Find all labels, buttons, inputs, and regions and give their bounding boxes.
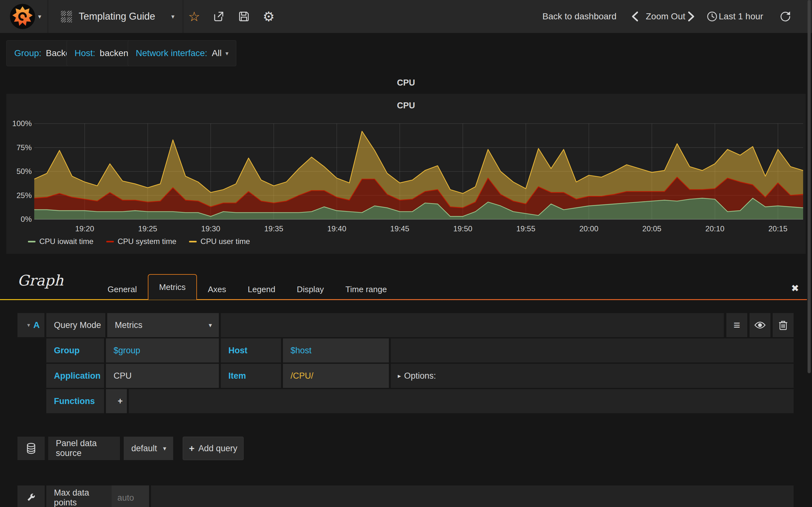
legend-item[interactable]: CPU system time — [106, 237, 176, 246]
options-label: Options: — [404, 371, 436, 381]
query-toggle-visibility-button[interactable] — [750, 313, 770, 337]
add-function-button[interactable]: + — [106, 389, 127, 413]
x-tick-label: 20:00 — [573, 224, 605, 233]
application-label: Application — [46, 364, 104, 388]
x-tick-label: 20:10 — [699, 224, 731, 233]
variable-value: All — [212, 48, 222, 58]
star-icon[interactable]: ☆ — [186, 0, 203, 33]
tab-legend[interactable]: Legend — [237, 279, 286, 300]
options-toggle[interactable]: ▸ Options: — [391, 364, 794, 388]
datasource-button[interactable] — [17, 437, 45, 460]
datasource-value: default — [131, 444, 157, 453]
item-label: Item — [221, 364, 281, 388]
hamburger-menu-icon: ≡ — [733, 319, 740, 332]
x-tick-label: 20:05 — [636, 224, 668, 233]
database-icon — [26, 443, 37, 454]
zoom-out-button[interactable]: Zoom Out — [646, 0, 685, 33]
legend-label: CPU system time — [118, 237, 176, 246]
metrics-options-button[interactable] — [17, 486, 45, 507]
row-spacer — [129, 389, 794, 413]
chevron-down-icon: ▾ — [27, 322, 30, 329]
time-shift-left-icon[interactable] — [626, 0, 644, 33]
chevron-down-icon: ▾ — [225, 50, 229, 57]
time-shift-right-icon[interactable] — [682, 0, 700, 33]
query-mode-label: Query Mode — [46, 313, 105, 337]
query-mode-value: Metrics — [115, 320, 142, 330]
variable-label: Group: — [14, 48, 42, 58]
back-to-dashboard-button[interactable]: Back to dashboard — [542, 0, 617, 33]
tab-axes[interactable]: Axes — [197, 279, 237, 300]
chart-legend: CPU iowait timeCPU system timeCPU user t… — [28, 237, 250, 246]
top-navbar: ▾ Templating Guide ▾ ☆ ⚙ Back to dashboa… — [0, 0, 812, 33]
item-input[interactable]: /CPU/ — [283, 364, 389, 388]
scrollbar[interactable] — [808, 0, 811, 373]
variable-label: Network interface: — [136, 48, 207, 58]
tab-time-range[interactable]: Time range — [335, 279, 398, 300]
y-tick-label: 75% — [6, 143, 32, 152]
y-tick-label: 25% — [6, 191, 32, 200]
datasource-select[interactable]: default ▾ — [124, 437, 173, 460]
dashboard-title-caret-icon[interactable]: ▾ — [171, 13, 174, 20]
settings-gear-icon[interactable]: ⚙ — [260, 0, 277, 33]
query-mode-select[interactable]: Metrics ▾ — [107, 313, 219, 337]
clock-icon — [704, 0, 721, 33]
time-range-picker[interactable]: Last 1 hour — [719, 0, 763, 33]
dashboard-grid-icon — [60, 10, 73, 24]
application-input[interactable]: CPU — [106, 364, 219, 388]
eye-icon — [754, 321, 766, 329]
query-menu-button[interactable]: ≡ — [726, 313, 747, 337]
legend-item[interactable]: CPU iowait time — [28, 237, 94, 246]
x-tick-label: 19:40 — [321, 224, 353, 233]
save-icon[interactable] — [235, 0, 252, 33]
row-spacer — [151, 486, 794, 507]
tab-general[interactable]: General — [97, 279, 148, 300]
graph-inner-title: CPU — [6, 101, 806, 111]
plus-icon: + — [189, 443, 195, 454]
legend-swatch-icon — [28, 241, 36, 242]
grafana-logo[interactable] — [9, 3, 36, 30]
x-tick-label: 19:20 — [69, 224, 101, 233]
panel-data-source-label: Panel data source — [48, 437, 120, 460]
max-data-points-label: Max data points — [46, 486, 112, 507]
legend-label: CPU user time — [200, 237, 250, 246]
query-delete-button[interactable] — [773, 313, 794, 337]
cpu-stacked-area-chart[interactable] — [34, 120, 803, 222]
add-query-label: Add query — [198, 444, 237, 453]
trash-icon — [779, 320, 788, 330]
x-tick-label: 19:55 — [510, 224, 542, 233]
max-data-points-field[interactable] — [112, 486, 149, 507]
variable-network-interface-dropdown[interactable]: Network interface: All ▾ — [128, 40, 236, 66]
dashboard-title[interactable]: Templating Guide — [79, 0, 155, 33]
x-tick-label: 19:35 — [258, 224, 290, 233]
y-tick-label: 0% — [6, 215, 32, 224]
chevron-right-icon: ▸ — [398, 372, 401, 380]
refresh-icon[interactable] — [776, 0, 794, 33]
close-editor-icon[interactable]: ✖ — [791, 283, 799, 294]
group-input[interactable]: $group — [106, 338, 219, 362]
max-data-points-input[interactable] — [112, 486, 149, 507]
share-icon[interactable] — [210, 0, 227, 33]
add-query-button[interactable]: + Add query — [183, 437, 244, 460]
group-label: Group — [46, 338, 104, 362]
panel-title[interactable]: CPU — [6, 78, 806, 88]
legend-item[interactable]: CPU user time — [189, 237, 250, 246]
x-tick-label: 19:25 — [132, 224, 164, 233]
wrench-icon — [26, 493, 36, 503]
legend-swatch-icon — [189, 241, 197, 242]
host-input[interactable]: $host — [283, 338, 389, 362]
row-spacer — [391, 338, 794, 362]
host-label: Host — [221, 338, 281, 362]
chevron-down-icon: ▾ — [209, 321, 212, 329]
chevron-down-icon: ▾ — [163, 445, 166, 452]
tab-metrics[interactable]: Metrics — [148, 274, 197, 300]
query-row-spacer — [221, 313, 724, 337]
legend-swatch-icon — [106, 241, 114, 242]
editor-tabs: General Metrics Axes Legend Display Time… — [97, 274, 398, 300]
graph-panel: CPU 0%25%50%75%100% 19:2019:2519:3019:35… — [6, 94, 806, 254]
x-tick-label: 20:15 — [762, 224, 794, 233]
query-collapse-toggle[interactable]: ▾ A — [17, 313, 44, 337]
logo-menu-caret-icon[interactable]: ▾ — [38, 13, 41, 20]
tab-display[interactable]: Display — [286, 279, 335, 300]
x-tick-label: 19:50 — [447, 224, 478, 233]
functions-label: Functions — [46, 389, 104, 413]
